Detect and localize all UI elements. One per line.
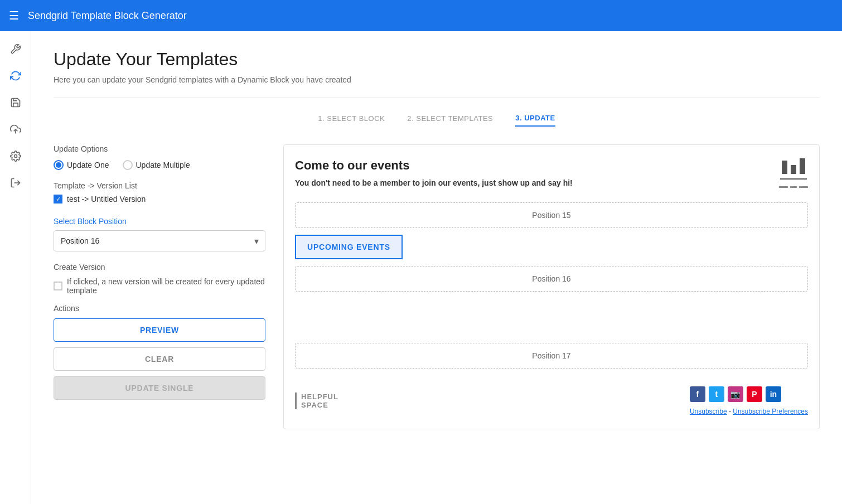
position-17-box: Position 17: [295, 343, 808, 369]
left-panel: Update Options Update One Update Multipl…: [54, 144, 265, 429]
radio-update-one[interactable]: Update One: [54, 160, 109, 170]
facebook-icon[interactable]: f: [690, 386, 705, 402]
radio-one-label: Update One: [67, 161, 109, 169]
update-single-button[interactable]: UPDATE SINGLE: [54, 376, 265, 400]
steps-nav: 1. SELECT BLOCK 2. SELECT TEMPLATES 3. U…: [54, 114, 820, 127]
event-subtitle: You don't need to be a member to join ou…: [295, 177, 573, 189]
main-content: Update Your Templates Here you can updat…: [31, 31, 842, 504]
chart-bar-3: [800, 158, 805, 174]
twitter-icon[interactable]: t: [709, 386, 724, 402]
version-list-label: Template -> Version List: [54, 181, 265, 190]
step-select-block[interactable]: 1. SELECT BLOCK: [318, 114, 385, 126]
radio-multiple-circle: [123, 160, 133, 170]
preview-footer: HELPFUL SPACE f t 📷 P in Unsubscribe: [295, 380, 808, 415]
pinterest-icon[interactable]: P: [747, 386, 762, 402]
logout-icon[interactable]: [4, 172, 27, 194]
radio-update-multiple[interactable]: Update Multiple: [123, 160, 190, 170]
upcoming-events-button[interactable]: UPCOMING EVENTS: [295, 235, 403, 259]
preview-event-info: Come to our events You don't need to be …: [295, 158, 573, 189]
svg-point-1: [14, 155, 17, 158]
brand-line1: HELPFUL: [301, 392, 338, 401]
settings-icon[interactable]: [4, 145, 27, 167]
sidebar: [0, 31, 31, 504]
radio-multiple-label: Update Multiple: [136, 161, 190, 169]
save-icon[interactable]: [4, 91, 27, 114]
unsubscribe-prefs-link[interactable]: Unsubscribe Preferences: [733, 408, 808, 415]
footer-links: Unsubscribe - Unsubscribe Preferences: [690, 408, 808, 415]
unsubscribe-link[interactable]: Unsubscribe: [690, 408, 727, 415]
chart-icon: [779, 158, 808, 188]
event-title: Come to our events: [295, 158, 573, 173]
position-dropdown[interactable]: Position 1Position 2Position 3 Position …: [54, 230, 265, 251]
wrench-icon[interactable]: [4, 38, 27, 60]
actions-label: Actions: [54, 304, 265, 313]
update-options-label: Update Options: [54, 144, 265, 153]
version-checkbox[interactable]: [54, 195, 62, 203]
menu-icon[interactable]: ☰: [9, 9, 19, 22]
social-icons: f t 📷 P in: [690, 386, 808, 402]
topbar: ☰ Sendgrid Template Block Generator: [0, 0, 842, 31]
position-dropdown-wrapper: Position 1Position 2Position 3 Position …: [54, 230, 265, 251]
select-block-label: Select Block Position: [54, 217, 265, 226]
upload-icon[interactable]: [4, 118, 27, 140]
chart-bar-1: [782, 161, 787, 174]
position-16-box: Position 16: [295, 266, 808, 292]
divider: [54, 98, 820, 98]
main-layout: Update Your Templates Here you can updat…: [0, 31, 842, 504]
page-subtitle: Here you can update your Sendgrid templa…: [54, 75, 820, 84]
step-update[interactable]: 3. UPDATE: [515, 114, 555, 127]
topbar-title: Sendgrid Template Block Generator: [28, 10, 187, 22]
footer-brand: HELPFUL SPACE: [295, 392, 338, 409]
preview-panel: Come to our events You don't need to be …: [283, 144, 820, 429]
content-area: Update Options Update One Update Multipl…: [54, 144, 820, 429]
preview-button[interactable]: PREVIEW: [54, 318, 265, 342]
footer-right: f t 📷 P in Unsubscribe - Unsubscribe Pre…: [690, 386, 808, 415]
refresh-icon[interactable]: [4, 65, 27, 87]
create-version-checkbox[interactable]: [54, 282, 62, 290]
step-select-templates[interactable]: 2. SELECT TEMPLATES: [407, 114, 493, 126]
create-version-text: If clicked, a new version will be create…: [67, 277, 265, 295]
preview-header: Come to our events You don't need to be …: [295, 158, 808, 189]
instagram-icon[interactable]: 📷: [728, 386, 743, 402]
brand-line2: SPACE: [301, 401, 338, 409]
chart-bar-2: [791, 165, 796, 174]
radio-one-circle: [54, 160, 64, 170]
chart-lines: [779, 186, 808, 188]
clear-button[interactable]: CLEAR: [54, 347, 265, 371]
version-item: test -> Untitled Version: [54, 195, 265, 203]
position-15-box: Position 15: [295, 202, 808, 228]
create-version-item: If clicked, a new version will be create…: [54, 277, 265, 295]
page-title: Update Your Templates: [54, 49, 820, 70]
create-version-label: Create Version: [54, 263, 265, 272]
linkedin-icon[interactable]: in: [766, 386, 781, 402]
version-item-label: test -> Untitled Version: [67, 195, 146, 203]
update-options-group: Update One Update Multiple: [54, 160, 265, 170]
